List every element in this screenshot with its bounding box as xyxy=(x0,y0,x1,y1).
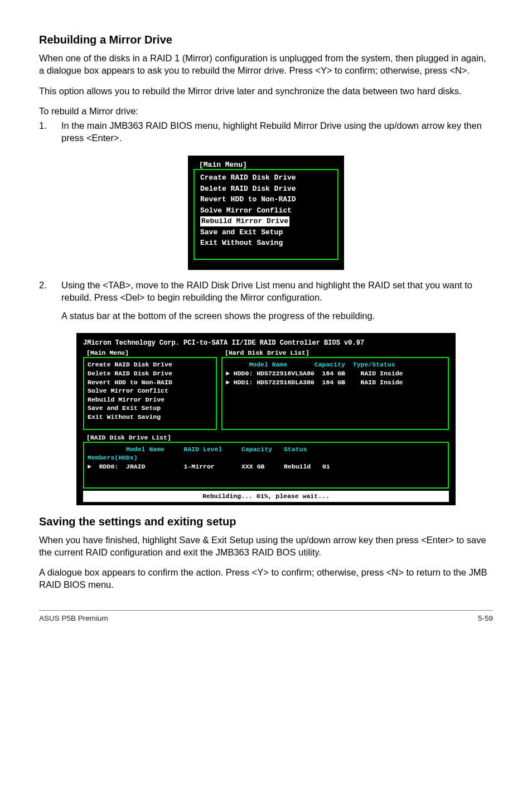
rebuild-heading: Rebuilding a Mirror Drive xyxy=(39,33,493,46)
bios-raid-screen: JMicron Technology Corp. PCI-to-SATA II/… xyxy=(76,333,456,505)
saving-heading: Saving the settings and exiting setup xyxy=(39,515,493,528)
raid-members-row: Members(HDDx) xyxy=(88,453,444,462)
footer-right: 5-59 xyxy=(478,614,493,622)
menu-item-highlighted: Rebuild Mirror Drive xyxy=(197,216,335,227)
menu-item: Delete RAID Disk Drive xyxy=(88,369,212,378)
bios-header: JMicron Technology Corp. PCI-to-SATA II/… xyxy=(83,339,449,347)
step-number-2: 2. xyxy=(39,279,61,327)
left-panel: Create RAID Disk Drive Delete RAID Disk … xyxy=(83,357,217,430)
saving-para2: A dialogue box appears to confirm the ac… xyxy=(39,566,493,591)
right-panel: Model Name Capacity Type/Status ► HDD0: … xyxy=(221,357,449,430)
hdd-list-panel-title: [Hard Disk Drive List] xyxy=(221,349,449,357)
menu-item: Exit Without Saving xyxy=(88,413,212,422)
step1-text: In the main JMB363 RAID BIOS menu, highl… xyxy=(61,119,493,144)
menu-item: Exit Without Saving xyxy=(197,238,335,249)
footer-left: ASUS P5B Premium xyxy=(39,614,108,622)
status-bar: Rebuilding... 01%, please wait... xyxy=(83,491,449,502)
page-footer: ASUS P5B Premium 5-59 xyxy=(39,610,493,622)
bios-main-menu-box: [Main Menu] Create RAID Disk Drive Delet… xyxy=(188,156,344,270)
menu-item: Revert HDD to Non-RAID xyxy=(197,194,335,205)
rebuild-para2: This option allows you to rebuild the Mi… xyxy=(39,85,493,97)
menu-item: Delete RAID Disk Drive xyxy=(197,183,335,195)
step-number-1: 1. xyxy=(39,119,61,150)
raid-header-row: Model Name RAID Level Capacity Status xyxy=(88,445,444,454)
menu-item: Create RAID Disk Drive xyxy=(197,172,335,183)
raid-list-title: [RAID Disk Drive List] xyxy=(83,433,449,442)
menu-item: Solve Mirror Conflict xyxy=(88,386,212,395)
raid-list-panel: Model Name RAID Level Capacity Status Me… xyxy=(83,442,449,489)
main-menu-panel-title: [Main Menu] xyxy=(83,349,217,357)
hdd-header-row: Model Name Capacity Type/Status xyxy=(226,360,444,369)
main-menu-frame: Create RAID Disk Drive Delete RAID Disk … xyxy=(194,169,338,260)
saving-para1: When you have finished, highlight Save &… xyxy=(39,534,493,559)
main-menu-title: [Main Menu] xyxy=(194,160,338,170)
step2a-text: Using the <TAB>, move to the RAID Disk D… xyxy=(61,279,493,304)
menu-item: Save and Exit Setup xyxy=(197,227,335,238)
menu-item: Save and Exit Setup xyxy=(88,404,212,413)
menu-item: Solve Mirror Conflict xyxy=(197,205,335,216)
menu-item: Create RAID Disk Drive xyxy=(88,360,212,369)
rebuild-para3: To rebuild a Mirror drive: xyxy=(39,105,493,117)
step2b-text: A status bar at the bottom of the screen… xyxy=(61,310,493,322)
rebuild-para1: When one of the disks in a RAID 1 (Mirro… xyxy=(39,52,493,77)
raid-data-row: ► RDD0: JRAID 1-Mirror XXX GB Rebuild 01 xyxy=(88,462,444,471)
menu-item: Revert HDD to Non-RAID xyxy=(88,378,212,387)
menu-item: Rebuild Mirror Drive xyxy=(88,395,212,404)
hdd-row: ► HDD1: HDS722516DLA380 164 GB RAID Insi… xyxy=(226,378,444,387)
hdd-row: ► HDD0: HDS722516VLSA80 164 GB RAID Insi… xyxy=(226,369,444,378)
